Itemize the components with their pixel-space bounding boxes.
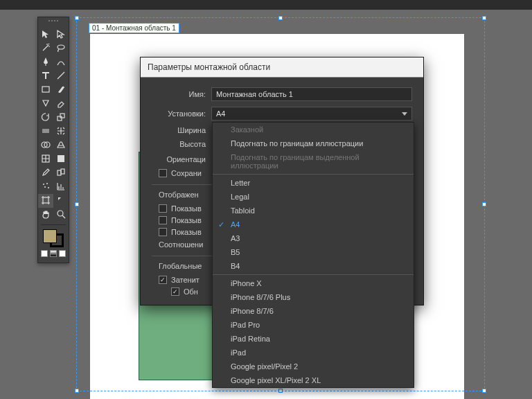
- preset-option[interactable]: A3: [213, 231, 414, 245]
- svg-point-12: [44, 186, 46, 188]
- width-tool[interactable]: [38, 125, 53, 139]
- preset-dropdown[interactable]: ЗаказнойПодогнать по границам иллюстраци…: [212, 122, 414, 388]
- svg-rect-3: [60, 114, 64, 118]
- handle-icon[interactable]: [482, 389, 486, 393]
- eyedropper-tool[interactable]: [38, 166, 53, 180]
- type-tool[interactable]: [38, 69, 53, 83]
- shaper-icon: [41, 98, 51, 110]
- lasso-tool[interactable]: [53, 42, 69, 55]
- selection-icon: [41, 29, 51, 41]
- line-icon: [56, 71, 66, 82]
- scale-icon: [56, 112, 66, 124]
- handle-icon[interactable]: [482, 202, 486, 206]
- magic-wand-icon: [41, 43, 51, 55]
- direct-selection-tool[interactable]: [53, 28, 69, 42]
- free-transform-tool[interactable]: [53, 125, 69, 139]
- preset-option: Подогнать по границам выделенной иллюстр…: [213, 150, 414, 172]
- curvature-tool[interactable]: [53, 55, 69, 69]
- global-section-label: Глобальные: [159, 262, 207, 270]
- panel-grip[interactable]: [43, 20, 64, 26]
- preset-option[interactable]: Tabloid: [213, 204, 414, 218]
- color-mode-icon[interactable]: [41, 250, 48, 257]
- none-mode-icon[interactable]: [59, 250, 66, 257]
- svg-point-0: [57, 45, 64, 49]
- shaper-tool[interactable]: [38, 97, 53, 111]
- handle-icon[interactable]: [482, 16, 486, 20]
- handle-icon[interactable]: [278, 16, 283, 20]
- graph-icon: [56, 181, 66, 193]
- chevron-down-icon: [402, 112, 407, 116]
- preset-option[interactable]: iPhone 8/7/6: [213, 304, 414, 318]
- svg-rect-2: [57, 116, 62, 121]
- preset-option[interactable]: iPad Pro: [213, 318, 414, 332]
- handle-icon[interactable]: [75, 202, 79, 206]
- free-transform-icon: [56, 126, 66, 138]
- rotate-icon: [41, 112, 51, 124]
- gradient-mode-icon[interactable]: [50, 250, 57, 257]
- rotate-tool[interactable]: [38, 111, 53, 125]
- preset-select[interactable]: A4: [211, 107, 412, 121]
- zoom-tool[interactable]: [53, 208, 69, 222]
- preset-option[interactable]: A4: [213, 218, 414, 231]
- artboard-icon: [41, 195, 51, 207]
- selection-tool[interactable]: [38, 28, 53, 42]
- preset-option[interactable]: iPhone 8/7/6 Plus: [213, 290, 414, 304]
- direct-selection-icon: [56, 29, 66, 41]
- svg-point-15: [57, 211, 63, 216]
- svg-point-13: [48, 187, 49, 188]
- preset-option[interactable]: Legal: [213, 190, 414, 204]
- width-icon: [41, 126, 51, 138]
- pen-tool[interactable]: [38, 55, 53, 69]
- display-section-label: Отображен: [159, 190, 204, 199]
- brush-tool[interactable]: [53, 83, 69, 97]
- gradient-tool[interactable]: [53, 152, 69, 166]
- rectangle-tool[interactable]: [38, 83, 53, 97]
- color-swatches[interactable]: [41, 229, 66, 257]
- name-input[interactable]: [211, 87, 412, 101]
- svg-rect-7: [57, 155, 64, 162]
- type-icon: [41, 71, 51, 82]
- preset-option[interactable]: B5: [213, 245, 414, 259]
- preset-option[interactable]: Google pixel/Pixel 2: [213, 360, 414, 373]
- eraser-tool[interactable]: [53, 97, 69, 111]
- app-menubar: [0, 0, 532, 10]
- brush-icon: [56, 85, 66, 96]
- preset-option[interactable]: iPhone X: [213, 276, 414, 290]
- preset-option: Заказной: [213, 123, 414, 136]
- handle-icon[interactable]: [278, 389, 283, 393]
- symbol-spray-tool[interactable]: [38, 180, 53, 194]
- mesh-tool[interactable]: [38, 152, 53, 166]
- handle-icon[interactable]: [75, 389, 79, 393]
- scale-tool[interactable]: [53, 111, 69, 125]
- fill-swatch[interactable]: [43, 229, 57, 243]
- curvature-icon: [56, 57, 66, 69]
- shape-builder-tool[interactable]: [38, 139, 53, 152]
- zoom-icon: [56, 209, 66, 221]
- svg-rect-9: [61, 169, 64, 174]
- slice-icon: [56, 195, 66, 207]
- hand-tool[interactable]: [38, 208, 53, 222]
- pen-icon: [41, 57, 51, 69]
- preset-option[interactable]: B4: [213, 259, 414, 273]
- slice-tool[interactable]: [53, 194, 69, 208]
- dropdown-divider: [213, 274, 414, 275]
- aspect-label: Соотношени: [159, 240, 209, 249]
- magic-wand-tool[interactable]: [38, 42, 53, 55]
- preset-option[interactable]: Letter: [213, 176, 414, 190]
- graph-tool[interactable]: [53, 180, 69, 194]
- line-tool[interactable]: [53, 69, 69, 83]
- preset-option[interactable]: Подогнать по границам иллюстрации: [213, 136, 414, 150]
- preset-option[interactable]: iPad Retina: [213, 332, 414, 346]
- preset-option[interactable]: iPad: [213, 346, 414, 360]
- preset-select-value: A4: [216, 109, 225, 118]
- perspective-tool[interactable]: [53, 139, 69, 152]
- svg-point-10: [43, 184, 44, 185]
- handle-icon[interactable]: [75, 16, 79, 20]
- rectangle-icon: [41, 85, 51, 96]
- blend-tool[interactable]: [53, 166, 69, 180]
- preset-option[interactable]: Google pixel XL/Pixel 2 XL: [213, 373, 414, 387]
- eraser-icon: [56, 98, 66, 110]
- dropdown-divider: [213, 174, 414, 175]
- artboard-tool[interactable]: [38, 194, 53, 208]
- height-label: Высота: [159, 140, 211, 148]
